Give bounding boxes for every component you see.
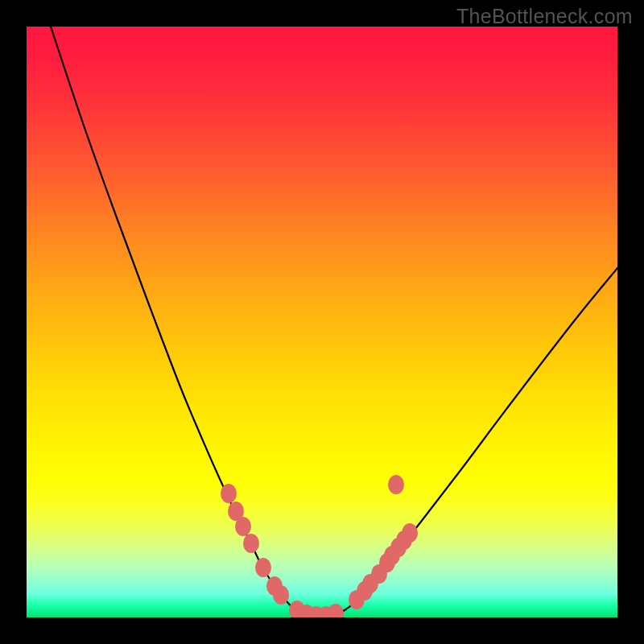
curve-marker — [235, 517, 251, 536]
curve-marker — [221, 484, 237, 503]
curve-marker — [328, 604, 344, 617]
bottleneck-curve — [51, 27, 617, 617]
chart-frame: TheBottleneck.com — [0, 0, 644, 644]
plot-area — [27, 27, 617, 617]
curve-marker — [273, 585, 289, 605]
curve-marker — [243, 534, 259, 553]
curve-overlay — [27, 27, 617, 617]
curve-marker — [388, 475, 404, 494]
curve-marker — [402, 523, 418, 543]
curve-marker — [255, 558, 271, 577]
curve-markers — [221, 475, 418, 617]
attribution-label: TheBottleneck.com — [456, 5, 633, 28]
